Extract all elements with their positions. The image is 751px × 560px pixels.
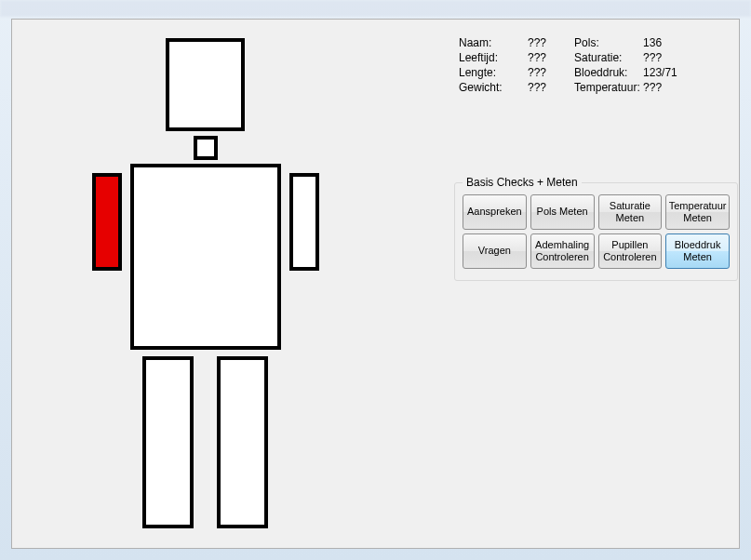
patient-info: Naam: ??? Leeftijd: ??? Lengte: ??? Gewi… — [459, 36, 738, 94]
bloeddruk-meten-button[interactable]: Bloeddruk Meten — [665, 233, 730, 269]
value-naam: ??? — [528, 36, 546, 49]
value-gewicht: ??? — [528, 81, 546, 94]
ademhaling-controleren-button[interactable]: Ademhaling Controleren — [530, 233, 595, 269]
body-part-neck[interactable] — [194, 136, 218, 160]
checks-group-title: Basis Checks + Meten — [463, 176, 582, 189]
body-part-right-upper-arm[interactable] — [289, 173, 319, 271]
label-lengte: Lengte: — [459, 66, 524, 79]
value-saturatie: ??? — [643, 51, 677, 64]
patient-info-left: Naam: ??? Leeftijd: ??? Lengte: ??? Gewi… — [459, 36, 546, 94]
body-part-left-leg[interactable] — [142, 356, 194, 528]
label-leeftijd: Leeftijd: — [459, 51, 524, 64]
value-temperatuur: ??? — [643, 81, 677, 94]
pols-meten-button[interactable]: Pols Meten — [530, 194, 595, 230]
body-part-head[interactable] — [166, 38, 245, 131]
label-pols: Pols: — [574, 36, 639, 49]
label-gewicht: Gewicht: — [459, 81, 524, 94]
value-lengte: ??? — [528, 66, 546, 79]
label-saturatie: Saturatie: — [574, 51, 639, 64]
temperatuur-meten-button[interactable]: Temperatuur Meten — [665, 194, 730, 230]
value-pols: 136 — [643, 36, 677, 49]
title-bar — [0, 0, 751, 17]
body-part-torso[interactable] — [130, 164, 281, 350]
label-naam: Naam: — [459, 36, 524, 49]
label-bloeddruk: Bloeddruk: — [574, 66, 639, 79]
value-leeftijd: ??? — [528, 51, 546, 64]
body-figure — [87, 38, 366, 540]
label-temperatuur: Temperatuur: — [574, 81, 644, 94]
body-part-right-leg[interactable] — [217, 356, 268, 528]
pupillen-controleren-button[interactable]: Pupillen Controleren — [598, 233, 663, 269]
body-part-left-upper-arm[interactable] — [92, 173, 122, 271]
checks-group: Basis Checks + Meten Aanspreken Pols Met… — [454, 182, 738, 281]
aanspreken-button[interactable]: Aanspreken — [463, 194, 527, 230]
main-panel: Naam: ??? Leeftijd: ??? Lengte: ??? Gewi… — [11, 19, 740, 549]
saturatie-meten-button[interactable]: Saturatie Meten — [598, 194, 663, 230]
vragen-button[interactable]: Vragen — [463, 233, 527, 269]
value-bloeddruk: 123/71 — [643, 66, 677, 79]
patient-info-right: Pols: 136 Saturatie: ??? Bloeddruk: 123/… — [574, 36, 677, 94]
